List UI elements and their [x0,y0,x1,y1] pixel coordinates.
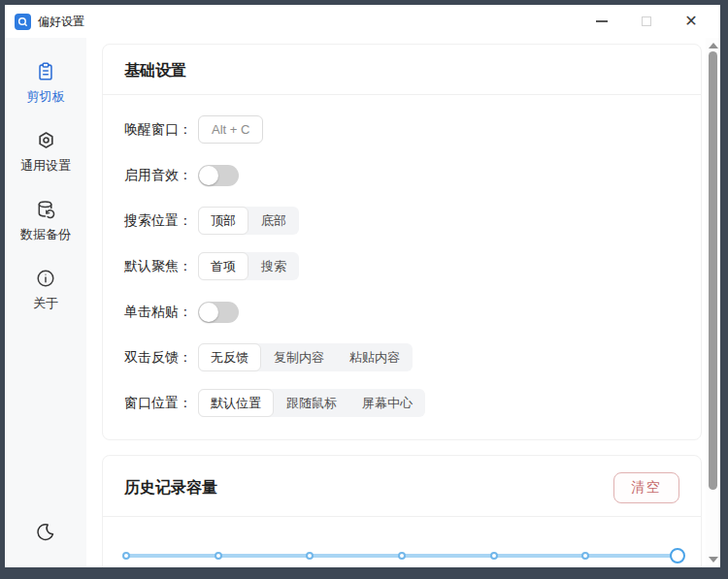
setting-row-click-paste: 单击粘贴： [124,289,679,335]
slider-tick-half-year[interactable] [490,552,498,560]
setting-label: 单击粘贴： [124,304,198,321]
dark-mode-toggle[interactable] [36,522,56,542]
setting-row-default-focus: 默认聚焦： 首项 搜索 [124,243,679,289]
minimize-button[interactable] [594,14,610,29]
sidebar: 剪切板 通用设置 [5,38,86,567]
minimize-icon [596,20,608,22]
segment-option-no-feedback[interactable]: 无反馈 [198,343,261,372]
slider-tick-quarter[interactable] [398,552,406,560]
default-focus-segment: 首项 搜索 [198,252,299,281]
scrollbar-down-arrow[interactable] [709,557,718,563]
scrollbar [706,38,720,567]
scrollbar-up-arrow[interactable] [709,43,718,48]
window-position-segment: 默认位置 跟随鼠标 屏幕中心 [198,389,425,418]
close-icon: ✕ [684,14,697,29]
setting-row-search-position: 搜索位置： 顶部 底部 [124,198,679,243]
sidebar-item-label: 关于 [33,295,58,312]
search-position-segment: 顶部 底部 [198,207,299,236]
setting-label: 启用音效： [124,167,198,184]
setting-row-window-position: 窗口位置： 默认位置 跟随鼠标 屏幕中心 [124,380,679,426]
sidebar-item-clipboard[interactable]: 剪切板 [27,59,65,106]
slider-tick-week[interactable] [215,552,222,560]
section-title: 历史记录容量 [124,478,217,499]
segment-option-follow-mouse[interactable]: 跟随鼠标 [274,389,349,418]
setting-row-sound-effect: 启用音效： [124,152,679,198]
toggle-knob [199,303,218,322]
maximize-button[interactable] [639,14,654,29]
close-button[interactable]: ✕ [683,14,699,29]
gear-icon [33,128,58,153]
segment-option-paste-content[interactable]: 粘贴内容 [337,343,413,372]
database-backup-icon [33,197,58,222]
main-panel: 基础设置 唤醒窗口： Alt + C 启用音效： 搜索位置： 顶部 [86,38,720,567]
segment-option-screen-center[interactable]: 屏幕中心 [349,389,425,418]
click-paste-toggle[interactable] [198,302,239,323]
sidebar-item-about[interactable]: 关于 [33,266,58,312]
slider-tick-day[interactable] [122,552,130,560]
setting-label: 双击反馈： [124,349,198,367]
window-controls: ✕ [594,14,707,29]
basic-settings-header: 基础设置 [103,45,701,95]
window-content: 剪切板 通用设置 [5,38,720,567]
titlebar: 偏好设置 ✕ [5,5,720,38]
clear-history-button[interactable]: 清空 [613,472,679,503]
clipboard-icon [33,59,58,84]
capacity-slider-area: 天 周 月 季度 半年 年 无限制 [103,517,701,567]
double-click-feedback-segment: 无反馈 复制内容 粘贴内容 [198,343,413,372]
sound-effect-toggle[interactable] [198,165,239,186]
slider-tick-year[interactable] [581,552,589,560]
slider-tick-month[interactable] [306,552,314,560]
scrollbar-thumb[interactable] [709,51,717,490]
app-logo-icon [15,14,31,30]
segment-option-default-position[interactable]: 默认位置 [198,389,274,418]
sidebar-item-general-settings[interactable]: 通用设置 [20,128,71,175]
segment-option-bottom[interactable]: 底部 [248,207,299,236]
segment-option-first-item[interactable]: 首项 [198,252,248,281]
settings-rows: 唤醒窗口： Alt + C 启用音效： 搜索位置： 顶部 底部 [103,95,701,439]
sidebar-item-label: 通用设置 [20,157,71,175]
toggle-knob [199,166,218,185]
sidebar-item-label: 剪切板 [27,88,65,106]
preferences-window: 偏好设置 ✕ 剪切板 [5,5,720,567]
setting-label: 默认聚焦： [124,258,198,275]
capacity-slider[interactable] [126,547,678,564]
slider-handle[interactable] [670,548,685,563]
history-capacity-card: 历史记录容量 清空 天 [102,455,702,567]
setting-row-double-click-feedback: 双击反馈： 无反馈 复制内容 粘贴内容 [124,335,679,380]
setting-label: 窗口位置： [124,395,198,412]
sidebar-item-label: 数据备份 [20,226,71,243]
hotkey-input[interactable]: Alt + C [198,115,263,144]
setting-label: 搜索位置： [124,212,198,230]
moon-icon [36,522,56,542]
info-icon [33,266,58,291]
segment-option-copy-content[interactable]: 复制内容 [261,343,337,372]
setting-label: 唤醒窗口： [124,121,198,139]
segment-option-search[interactable]: 搜索 [248,252,299,281]
basic-settings-card: 基础设置 唤醒窗口： Alt + C 启用音效： 搜索位置： 顶部 [102,44,702,440]
history-capacity-header: 历史记录容量 清空 [103,456,701,517]
sidebar-item-data-backup[interactable]: 数据备份 [20,197,71,243]
section-title: 基础设置 [124,61,186,81]
segment-option-top[interactable]: 顶部 [198,207,248,236]
window-title: 偏好设置 [38,14,84,30]
maximize-icon [642,16,651,26]
setting-row-wake-window: 唤醒窗口： Alt + C [124,107,679,152]
